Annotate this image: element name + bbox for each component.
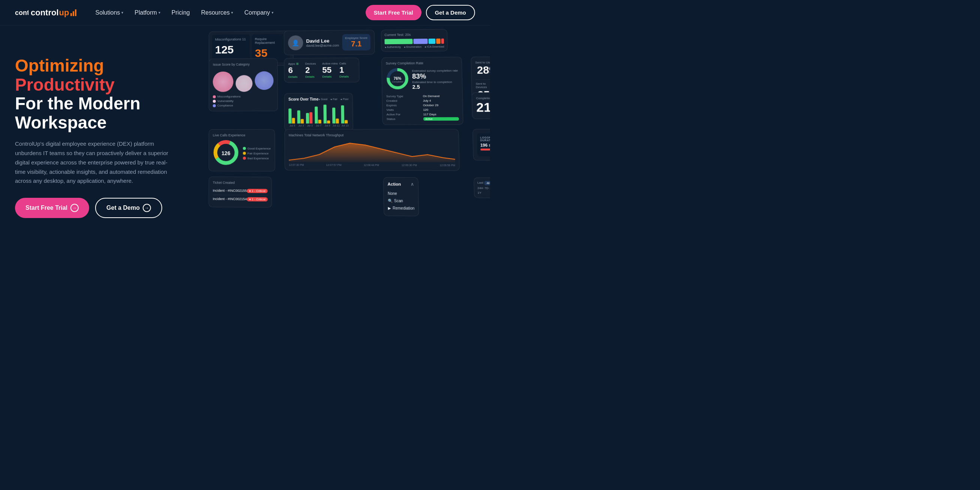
time-filter-last[interactable]: Last xyxy=(477,181,483,185)
survey-completed-label: Completed xyxy=(392,81,404,83)
logon-box: LOGON DURATION 196 sec xyxy=(477,134,490,157)
ct-bar-green xyxy=(385,39,413,45)
nav-item-platform[interactable]: Platform ▾ xyxy=(135,10,160,16)
ct-legend-ica: ● ICA Download xyxy=(425,45,444,48)
bubble-compliance xyxy=(255,71,274,90)
sent-devices-label: Sent to Devices xyxy=(476,82,490,89)
action-none[interactable]: None xyxy=(388,190,414,197)
apps-label: Apps ⊞ xyxy=(288,62,304,65)
employee-panel: 👤 David Lee david.lee@acme.com Employee … xyxy=(284,30,375,56)
sot-bar-green-1 xyxy=(288,109,291,124)
logo-text-control: control xyxy=(31,8,59,18)
nav-get-demo-button[interactable]: Get a Demo xyxy=(426,5,475,20)
legend-dot-misconfigs xyxy=(213,95,216,98)
hero-title: Optimizing Productivity For the Modern W… xyxy=(15,56,191,132)
sot-bar-yellow-5 xyxy=(327,121,330,124)
live-calls-content: 126 Good Experience Fair Experience xyxy=(213,139,271,167)
ct-bar-purple xyxy=(414,38,428,44)
ct-bar-orange xyxy=(436,38,441,44)
legend-dot-compliance xyxy=(213,104,216,107)
action-title: Action xyxy=(388,182,401,186)
sot-bar-yellow-1 xyxy=(292,118,295,124)
survey-details: Survey Type On Demand Created July 4 Exp… xyxy=(386,94,459,121)
time-filter-30d[interactable]: 30D xyxy=(490,186,490,190)
action-collapse-icon[interactable]: ∧ xyxy=(410,181,414,186)
survey-donut-row: 76% Completed Estimated survey completio… xyxy=(386,67,458,92)
employee-name: David Lee xyxy=(306,38,339,44)
employee-avatar: 👤 xyxy=(288,35,304,50)
nav-links: Solutions ▾ Platform ▾ Pricing Resources… xyxy=(95,10,365,16)
issue-bubbles xyxy=(213,68,274,95)
sot-bar-yellow-4 xyxy=(318,120,321,124)
svg-text:control: control xyxy=(15,9,29,16)
action-scan[interactable]: 🔍 Scan xyxy=(388,197,414,205)
calls-label: Calls xyxy=(339,62,355,65)
ct-bar-cyan xyxy=(429,38,436,44)
ticket-title: Ticket Created xyxy=(213,181,268,185)
nav-item-solutions[interactable]: Solutions ▾ xyxy=(95,10,123,16)
hero-title-line3: Workspace xyxy=(15,113,107,132)
ticket-priority-1: ● 1 - Critical xyxy=(247,189,268,193)
hero-title-productivity: Productivity xyxy=(15,75,115,94)
network-panel: Machines Total Network Throughput 12:07:… xyxy=(285,129,460,171)
hero-start-trial-button[interactable]: Start Free Trial → xyxy=(15,198,89,218)
sot-bar-yellow-6 xyxy=(336,118,339,123)
sot-legend-fair: ● Fair xyxy=(331,98,337,100)
survey-visits-val: 120 xyxy=(423,108,459,111)
calls-good-dot xyxy=(243,147,246,150)
survey-status-label: Status xyxy=(387,117,422,121)
issue-score-panel: Issue Score by Category Misconfiguration… xyxy=(208,58,278,111)
time-filter-24h[interactable]: 24H xyxy=(478,186,484,189)
logo[interactable]: control control up xyxy=(15,8,76,18)
time-filter-7d[interactable]: 7D xyxy=(484,186,488,190)
nav-item-resources[interactable]: Resources ▾ xyxy=(201,10,233,16)
devices-value: 2 xyxy=(305,65,321,75)
ticket-row-2: Incident - #INC002154 ● 1 - Critical xyxy=(213,195,268,204)
action-remediation[interactable]: ▶ Remediation xyxy=(388,205,415,212)
hero-get-demo-button[interactable]: Get a Demo → xyxy=(95,198,162,218)
completed-label: Completed xyxy=(476,96,490,100)
logon-duration-panel: LOGON DURATION 196 sec PROFILE LOAD TIME… xyxy=(473,129,490,160)
stats-grid: Apps ⊞ 6 Details Devices 2 Details Activ… xyxy=(288,62,355,79)
nav-item-company[interactable]: Company ▾ xyxy=(244,10,273,16)
survey-title: Survey Completion Rate xyxy=(386,61,458,65)
sent-users-val: 289 xyxy=(476,64,490,76)
live-calls-center: 126 xyxy=(222,150,231,156)
logon-label: LOGON DURATION xyxy=(480,136,490,142)
hero-section: Optimizing Productivity For the Modern W… xyxy=(0,25,490,245)
survey-visits-label: Visits xyxy=(387,108,422,111)
hero-buttons: Start Free Trial → Get a Demo → xyxy=(15,198,191,218)
completed-panel: Completed 219 xyxy=(472,92,490,119)
scan-icon: 🔍 xyxy=(388,199,393,203)
calls-fair: Fair Experience xyxy=(243,152,271,155)
hero-dashboard: Misconfigurations 11 125 Require Replace… xyxy=(206,25,490,245)
ct-legend-enumeration: ● Enumeration xyxy=(404,45,422,48)
live-calls-panel: Live Calls Experience 126 xyxy=(208,129,275,172)
devices-details: Details xyxy=(305,75,321,78)
live-calls-legend: Good Experience Fair Experience Bad Expe… xyxy=(243,147,271,160)
logo-bar-3 xyxy=(75,10,76,16)
network-label-5: 12:09:56 PM xyxy=(440,164,455,166)
calls-fair-label: Fair Experience xyxy=(248,152,269,155)
employee-info: David Lee david.lee@acme.com xyxy=(306,38,339,48)
hero-title-line1: Optimizing xyxy=(15,56,104,75)
sot-label-3: Jul 3 xyxy=(306,124,313,127)
employee-score-label: Employee Score xyxy=(345,37,368,40)
apps-stat: Apps ⊞ 6 Details xyxy=(288,62,304,79)
require-replacement-label: Require Replacement xyxy=(255,37,287,45)
active-mins-details: Details xyxy=(323,75,338,78)
live-calls-count: 126 xyxy=(222,150,231,156)
hero-title-line2: For the Modern xyxy=(15,94,140,113)
survey-active-for-label: Active For xyxy=(387,113,422,116)
sot-legend: ● Good ● Fair ● Poor xyxy=(319,98,349,100)
nav-start-trial-button[interactable]: Start Free Trial xyxy=(366,5,422,20)
nav-item-pricing[interactable]: Pricing xyxy=(172,10,190,16)
survey-expires-label: Expires xyxy=(387,103,422,107)
sent-users-label: Sent to Users xyxy=(476,61,490,64)
time-filter-1y[interactable]: 1Y xyxy=(478,191,482,194)
stats-panel: Apps ⊞ 6 Details Devices 2 Details Activ… xyxy=(284,58,359,83)
logon-bar xyxy=(480,149,490,151)
time-filter-4h[interactable]: 4H xyxy=(484,181,490,185)
calls-details: Details xyxy=(339,75,355,78)
action-header: Action ∧ xyxy=(388,181,414,187)
